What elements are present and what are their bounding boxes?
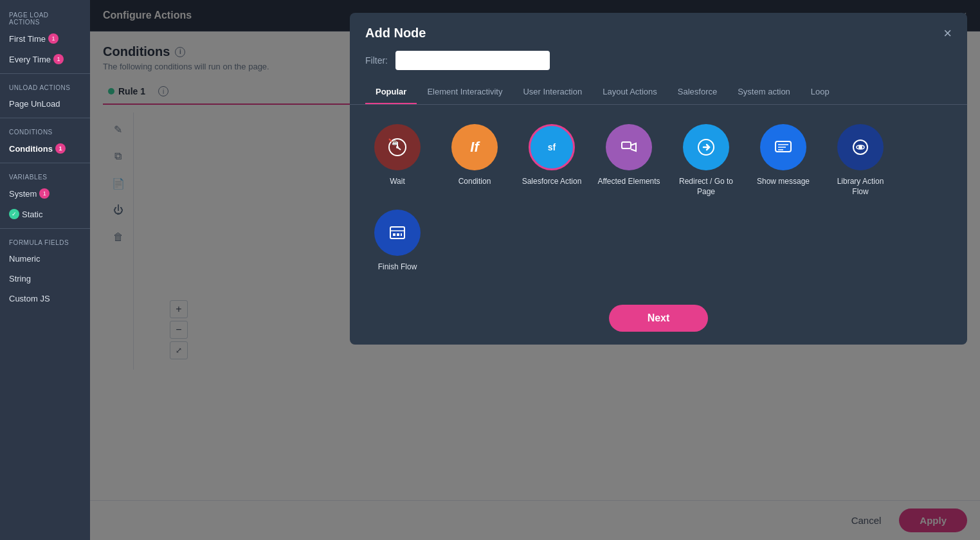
svg-point-12 <box>858 145 862 149</box>
sidebar: PAGE LOAD ACTIONS First Time 1 Every Tim… <box>0 0 90 540</box>
tab-loop[interactable]: Loop <box>801 80 840 104</box>
divider-2 <box>0 118 90 118</box>
conditions-item-label: Conditions <box>9 144 53 154</box>
node-card-affected[interactable]: Affected Elements <box>597 124 661 197</box>
tab-layout-actions[interactable]: Layout Actions <box>592 80 667 104</box>
node-card-condition[interactable]: If Condition <box>442 124 507 197</box>
show-msg-label: Show message <box>757 177 810 187</box>
tab-system-action[interactable]: System action <box>727 80 801 104</box>
first-time-label: First Time <box>9 34 46 44</box>
numeric-label: Numeric <box>9 254 40 264</box>
node-card-library[interactable]: Library Action Flow <box>828 124 893 197</box>
redirect-label: Redirect / Go to Page <box>674 177 738 197</box>
sidebar-item-numeric[interactable]: Numeric <box>0 249 90 269</box>
node-card-finish[interactable]: Finish Flow <box>365 210 430 273</box>
tab-popular[interactable]: Popular <box>365 80 417 104</box>
customjs-label: Custom JS <box>9 294 50 303</box>
sidebar-item-static[interactable]: ✓ Static <box>0 204 90 224</box>
filter-label: Filter: <box>365 55 388 66</box>
modal-header: Add Node × <box>350 13 967 51</box>
formula-section-label: FORMULA FIELDS <box>0 233 90 249</box>
modal-overlay: Add Node × Filter: Popular Element Inter… <box>90 0 980 540</box>
node-card-wait[interactable]: ☕ Wait <box>365 124 430 197</box>
node-grid: ☕ Wait If Condition <box>350 105 967 292</box>
unload-section-label: UNLOAD ACTIONS <box>0 78 90 94</box>
svg-text:☕: ☕ <box>392 139 398 145</box>
modal-tabs: Popular Element Interactivity User Inter… <box>350 80 967 105</box>
node-card-redirect[interactable]: Redirect / Go to Page <box>674 124 738 197</box>
filter-input[interactable] <box>395 51 550 70</box>
wait-label: Wait <box>390 177 405 187</box>
node-card-salesforce[interactable]: sf Salesforce Action <box>520 124 584 197</box>
library-icon <box>837 124 884 170</box>
every-time-label: Every Time <box>9 55 51 64</box>
sidebar-item-first-time[interactable]: First Time 1 <box>0 28 90 49</box>
sidebar-item-customjs[interactable]: Custom JS <box>0 289 90 309</box>
salesforce-label: Salesforce Action <box>522 177 582 187</box>
system-label: System <box>9 189 37 199</box>
library-label: Library Action Flow <box>828 177 893 197</box>
affected-label: Affected Elements <box>597 177 660 187</box>
tab-element-interactivity[interactable]: Element Interactivity <box>417 80 513 104</box>
wait-icon: ☕ <box>374 124 421 170</box>
condition-if-text: If <box>470 139 478 156</box>
variables-section-label: VARIABLES <box>0 167 90 183</box>
node-card-show-msg[interactable]: Show message <box>751 124 815 197</box>
divider-4 <box>0 228 90 229</box>
first-time-badge: 1 <box>48 33 59 44</box>
page-unload-label: Page UnLoad <box>9 99 60 109</box>
tab-user-interaction[interactable]: User Interaction <box>513 80 592 104</box>
svg-point-3 <box>396 146 399 148</box>
redirect-icon <box>683 124 729 170</box>
add-node-modal: Add Node × Filter: Popular Element Inter… <box>350 13 967 345</box>
condition-card-label: Condition <box>458 177 491 187</box>
affected-icon <box>606 124 652 170</box>
sidebar-item-page-unload[interactable]: Page UnLoad <box>0 94 90 114</box>
svg-rect-16 <box>397 233 399 236</box>
sidebar-item-conditions[interactable]: Conditions 1 <box>0 138 90 159</box>
modal-bottom: Next <box>350 292 967 345</box>
svg-rect-17 <box>401 233 402 236</box>
conditions-section-label: CONDITIONS <box>0 122 90 138</box>
divider-3 <box>0 163 90 163</box>
filter-row: Filter: <box>350 51 967 80</box>
every-time-badge: 1 <box>53 54 64 64</box>
static-label: Static <box>22 210 43 219</box>
svg-rect-5 <box>622 142 631 148</box>
root: PAGE LOAD ACTIONS First Time 1 Every Tim… <box>0 0 980 540</box>
static-dot: ✓ <box>9 209 19 219</box>
main-panel: Configure Actions × Conditions i The fol… <box>90 0 980 540</box>
finish-icon <box>374 210 421 256</box>
sidebar-item-system[interactable]: System 1 <box>0 183 90 204</box>
sidebar-item-string[interactable]: String <box>0 269 90 289</box>
salesforce-icon: sf <box>529 124 575 170</box>
svg-rect-15 <box>393 233 395 236</box>
divider-1 <box>0 73 90 74</box>
svg-rect-13 <box>390 227 404 239</box>
string-label: String <box>9 274 31 284</box>
condition-icon: If <box>451 124 498 170</box>
modal-close-button[interactable]: × <box>943 26 952 40</box>
show-msg-icon <box>760 124 806 170</box>
system-badge: 1 <box>39 188 50 199</box>
next-button[interactable]: Next <box>609 305 709 332</box>
modal-title: Add Node <box>365 26 426 40</box>
tab-salesforce[interactable]: Salesforce <box>667 80 727 104</box>
page-load-section-label: PAGE LOAD ACTIONS <box>0 5 90 28</box>
finish-label: Finish Flow <box>378 262 417 273</box>
salesforce-text: sf <box>548 142 556 152</box>
conditions-badge: 1 <box>55 143 66 154</box>
sidebar-item-every-time[interactable]: Every Time 1 <box>0 49 90 69</box>
